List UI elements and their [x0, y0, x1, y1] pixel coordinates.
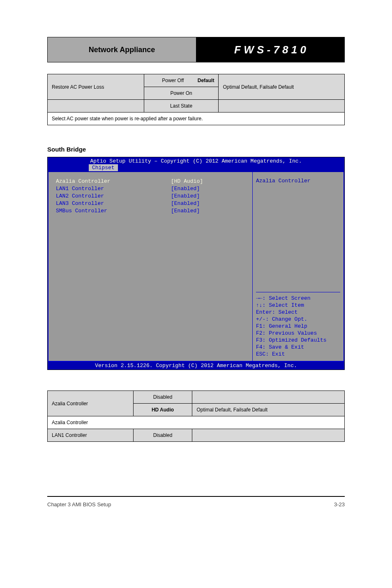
bios-key-8: ESC: Exit [256, 351, 340, 358]
bios-help-pane: Azalia Controller →←: Select Screen ↑↓: … [252, 172, 344, 361]
bios-footer: Version 2.15.1226. Copyright (C) 2012 Am… [48, 362, 344, 370]
bios-tab-row: Chipset [48, 164, 344, 172]
t2-lan1-opt: Disabled [133, 429, 192, 442]
bios-row-smbus[interactable]: SMBus Controller[Enabled] [56, 207, 248, 215]
bios-key-7: F4: Save & Exit [256, 344, 340, 351]
t2-lan1-blank [192, 429, 345, 442]
t1-opt-laststate: Last State [144, 100, 219, 113]
footer-chapter: Chapter 3 AMI BIOS Setup [47, 501, 111, 508]
bios-key-3: +/-: Change Opt. [256, 316, 340, 323]
t1-opt-poweroff: Power Off Default [144, 74, 219, 87]
section-heading: South Bridge [47, 146, 345, 153]
t1-empty1 [48, 100, 144, 113]
t1-description: Select AC power state when power is re-a… [48, 113, 345, 125]
bios-screenshot: Aptio Setup Utility – Copyright (C) 2012… [47, 157, 345, 370]
bios-key-1: ↑↓: Select Item [256, 302, 340, 309]
t2-default-blank [192, 391, 345, 404]
t2-description: Azalia Controller [48, 416, 345, 429]
t2-setting-name: Azalia Controller [48, 391, 134, 416]
t1-setting-name: Restore AC Power Loss [48, 74, 144, 100]
azalia-table: Azalia Controller Disabled HD Audio Opti… [47, 390, 345, 442]
bios-key-2: Enter: Select [256, 309, 340, 316]
header-product-type: Network Appliance [48, 37, 196, 62]
t2-lan1-name: LAN1 Controller [48, 429, 134, 442]
bios-row-azalia[interactable]: Azalia Controller[HD Audio] [56, 178, 248, 185]
bios-key-0: →←: Select Screen [256, 295, 340, 302]
t2-opt-hdaudio: HD Audio [133, 404, 192, 416]
footer-page-number: 3-23 [334, 501, 345, 508]
bios-row-lan1[interactable]: LAN1 Controller[Enabled] [56, 185, 248, 193]
bios-key-6: F3: Optimized Defaults [256, 337, 340, 344]
bios-title: Aptio Setup Utility – Copyright (C) 2012… [48, 157, 344, 164]
bios-help-title: Azalia Controller [256, 178, 340, 184]
power-loss-table: Restore AC Power Loss Power Off Default … [47, 74, 345, 125]
bios-key-5: F2: Previous Values [256, 330, 340, 337]
bios-row-lan2[interactable]: LAN2 Controller[Enabled] [56, 193, 248, 200]
t1-default-note: Optimal Default, Failsafe Default [219, 74, 345, 100]
bios-settings-pane: Azalia Controller[HD Audio] LAN1 Control… [48, 172, 252, 361]
t2-default-note: Optimal Default, Failsafe Default [192, 404, 345, 416]
bios-tab-chipset[interactable]: Chipset [89, 164, 118, 171]
t1-empty3 [219, 100, 345, 113]
t2-opt-disabled: Disabled [133, 391, 192, 404]
page-header: Network Appliance F W S - 7 8 1 0 [47, 37, 345, 62]
t1-opt-poweron: Power On [144, 87, 219, 100]
bios-row-lan3[interactable]: LAN3 Controller[Enabled] [56, 200, 248, 207]
bios-key-4: F1: General Help [256, 323, 340, 330]
header-model: F W S - 7 8 1 0 [196, 37, 344, 62]
page-footer: Chapter 3 AMI BIOS Setup 3-23 [47, 501, 345, 508]
bios-key-legend: →←: Select Screen ↑↓: Select Item Enter:… [256, 292, 340, 358]
footer-rule [47, 496, 345, 497]
